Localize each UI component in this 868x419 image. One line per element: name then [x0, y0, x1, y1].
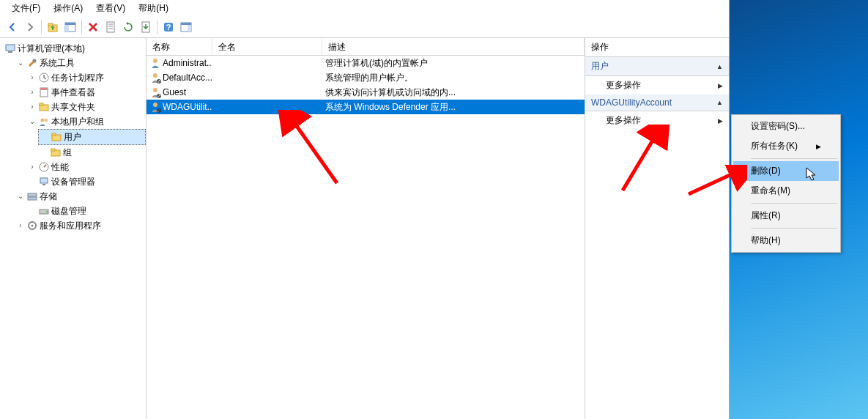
- user-description: 供来宾访问计算机或访问域的内...: [322, 86, 585, 99]
- svg-text:?: ?: [166, 23, 171, 31]
- user-icon: [149, 101, 161, 113]
- tree-label: 系统工具: [40, 56, 75, 70]
- expand-icon[interactable]: ›: [16, 218, 25, 233]
- export-button[interactable]: [138, 19, 154, 35]
- tree-storage[interactable]: ⌄存储: [15, 189, 146, 204]
- list-body[interactable]: Administrat...管理计算机(域)的内置帐户DefaultAcc...…: [146, 56, 585, 419]
- show-action-pane-button[interactable]: [178, 19, 194, 35]
- expand-icon[interactable]: ›: [28, 100, 37, 114]
- navigation-tree: 计算机管理(本地) ⌄ 系统工具 ›任务计划程序 ›事件查看器: [0, 38, 146, 419]
- svg-rect-4: [65, 25, 69, 31]
- svg-rect-13: [181, 23, 191, 25]
- submenu-arrow-icon: ▶: [816, 143, 821, 150]
- up-button[interactable]: [45, 19, 61, 35]
- menu-separator: [751, 228, 837, 229]
- action-group-account[interactable]: WDAGUtilityAccount ▲: [585, 94, 729, 111]
- svg-rect-22: [40, 103, 43, 105]
- forward-button[interactable]: [22, 19, 38, 35]
- user-row[interactable]: DefaultAcc...系统管理的用户帐户。: [146, 70, 585, 85]
- menu-separator: [751, 158, 837, 159]
- tree-task-scheduler[interactable]: ›任务计划程序: [26, 70, 146, 85]
- menu-view[interactable]: 查看(V): [90, 1, 131, 16]
- toolbar-separator: [157, 20, 157, 34]
- menu-help[interactable]: 帮助(H): [133, 1, 174, 16]
- tree-shared-folders[interactable]: ›共享文件夹: [26, 100, 146, 114]
- show-hide-tree-button[interactable]: [62, 19, 78, 35]
- menu-action[interactable]: 操作(A): [48, 1, 89, 16]
- context-menu: 设置密码(S)... 所有任务(K)▶ 删除(D) 重命名(M) 属性(R) 帮…: [731, 114, 841, 253]
- menubar: 文件(F) 操作(A) 查看(V) 帮助(H): [0, 0, 729, 16]
- collapse-arrow-icon: ▲: [716, 99, 723, 106]
- list-header: 名称 全名 描述: [146, 38, 585, 56]
- expand-icon[interactable]: ›: [28, 85, 37, 100]
- menu-rename[interactable]: 重命名(M): [733, 181, 839, 201]
- tree-label: 事件查看器: [51, 85, 95, 100]
- action-group-label: WDAGUtilityAccount: [591, 97, 672, 108]
- menu-separator: [751, 203, 837, 204]
- user-row[interactable]: Guest供来宾访问计算机或访问域的内...: [146, 85, 585, 100]
- svg-point-24: [45, 119, 48, 122]
- tree-label: 共享文件夹: [51, 100, 95, 114]
- expand-icon[interactable]: ›: [28, 160, 37, 174]
- svg-rect-1: [48, 23, 53, 26]
- users-groups-icon: [38, 116, 50, 127]
- collapse-icon[interactable]: ⌄: [16, 56, 25, 70]
- menu-set-password[interactable]: 设置密码(S)...: [733, 116, 839, 136]
- tree-label: 性能: [51, 160, 69, 174]
- collapse-icon[interactable]: ⌄: [28, 114, 37, 129]
- expand-icon[interactable]: ›: [28, 70, 37, 85]
- delete-button[interactable]: [85, 19, 101, 35]
- svg-rect-5: [107, 22, 114, 32]
- svg-rect-31: [42, 184, 45, 185]
- svg-point-35: [46, 211, 48, 212]
- svg-rect-28: [51, 149, 55, 151]
- menu-all-tasks[interactable]: 所有任务(K)▶: [733, 136, 839, 156]
- menu-item-label: 重命名(M): [751, 185, 790, 197]
- user-row[interactable]: WDAGUtilit...系统为 Windows Defender 应用...: [146, 100, 585, 114]
- svg-rect-32: [28, 193, 37, 196]
- tree-device-manager[interactable]: 设备管理器: [26, 174, 146, 189]
- tree-services-apps[interactable]: ›服务和应用程序: [15, 218, 146, 233]
- menu-delete[interactable]: 删除(D): [733, 161, 839, 181]
- column-name[interactable]: 名称: [146, 38, 212, 55]
- column-fullname[interactable]: 全名: [212, 38, 322, 55]
- svg-rect-3: [65, 23, 75, 25]
- event-icon: [38, 86, 50, 98]
- menu-properties[interactable]: 属性(R): [733, 206, 839, 226]
- menu-item-label: 删除(D): [751, 165, 781, 177]
- tree-local-users-groups[interactable]: ⌄本地用户和组: [26, 114, 146, 129]
- user-row[interactable]: Administrat...管理计算机(域)的内置帐户: [146, 56, 585, 70]
- tree-performance[interactable]: ›性能: [26, 160, 146, 174]
- refresh-button[interactable]: [120, 19, 136, 35]
- tree-label: 存储: [40, 189, 57, 204]
- column-description[interactable]: 描述: [322, 38, 585, 55]
- svg-point-23: [41, 119, 45, 122]
- menu-file[interactable]: 文件(F): [6, 1, 46, 16]
- shared-folder-icon: [38, 101, 50, 113]
- tools-icon: [26, 57, 38, 69]
- action-group-label: 用户: [591, 60, 609, 73]
- collapse-icon[interactable]: ⌄: [16, 189, 25, 204]
- collapse-arrow-icon: ▲: [716, 63, 723, 70]
- tree-groups[interactable]: 组: [38, 145, 146, 160]
- action-more-account[interactable]: 更多操作 ▶: [585, 111, 729, 130]
- tree-users[interactable]: 用户: [38, 129, 146, 145]
- user-list-panel: 名称 全名 描述 Administrat...管理计算机(域)的内置帐户Defa…: [146, 38, 585, 419]
- tree-system-tools[interactable]: ⌄ 系统工具: [15, 56, 146, 70]
- properties-button[interactable]: [103, 19, 119, 35]
- help-button[interactable]: ?: [160, 19, 177, 35]
- tree-event-viewer[interactable]: ›事件查看器: [26, 85, 146, 100]
- tree-root[interactable]: 计算机管理(本地): [3, 41, 146, 56]
- computer-management-window: 文件(F) 操作(A) 查看(V) 帮助(H): [0, 0, 730, 419]
- action-more-users[interactable]: 更多操作 ▶: [585, 76, 729, 94]
- tree-label: 任务计划程序: [51, 70, 104, 85]
- toolbar-separator: [41, 20, 42, 34]
- user-name: Guest: [163, 87, 186, 97]
- tree-disk-management[interactable]: 磁盘管理: [26, 204, 146, 218]
- svg-point-39: [153, 73, 157, 78]
- svg-point-37: [31, 225, 34, 227]
- menu-help[interactable]: 帮助(H): [733, 231, 839, 251]
- tree-label: 计算机管理(本地): [18, 41, 85, 56]
- action-group-users[interactable]: 用户 ▲: [585, 57, 729, 76]
- back-button[interactable]: [4, 19, 21, 35]
